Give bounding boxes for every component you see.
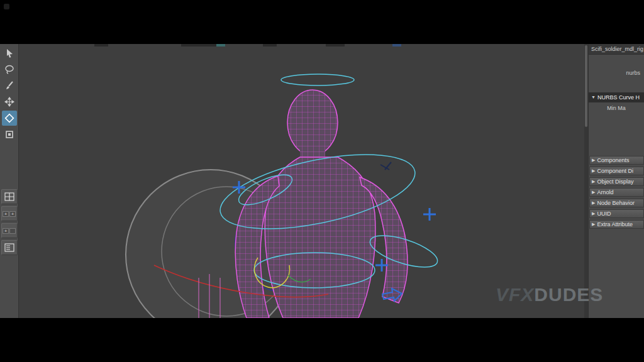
menu-remnant xyxy=(326,44,345,47)
section-node-behavior[interactable]: ▶ Node Behavior xyxy=(589,199,644,207)
attribute-editor-tab[interactable]: Scifi_soldier_mdl_rig xyxy=(589,44,644,55)
layout-outliner-icon[interactable] xyxy=(1,240,18,255)
min-max-label: Min Ma xyxy=(589,104,644,112)
rotate-tool-icon[interactable] xyxy=(2,111,17,126)
menu-remnant xyxy=(392,44,401,47)
section-object-display[interactable]: ▶ Object Display xyxy=(589,177,644,186)
lasso-select-icon[interactable] xyxy=(2,62,17,77)
toolbox: ++ + xyxy=(0,44,19,318)
watermark-vfx: VFX xyxy=(496,284,534,305)
section-component-display[interactable]: ▶ Component Di xyxy=(589,167,644,175)
shoulder-joint-marks xyxy=(380,162,391,170)
app-icon xyxy=(4,4,9,9)
layout-four-pane-icon[interactable] xyxy=(1,189,18,204)
section-arnold[interactable]: ▶ Arnold xyxy=(589,188,644,197)
section-components[interactable]: ▶ Components xyxy=(589,156,644,165)
menu-remnant xyxy=(181,44,219,47)
chevron-right-icon: ▶ xyxy=(592,156,595,165)
select-arrow-icon[interactable] xyxy=(2,45,17,60)
character-rig-wireframe xyxy=(19,44,584,318)
scrollbar-handle[interactable] xyxy=(585,45,587,127)
menu-remnant xyxy=(94,44,108,47)
chevron-right-icon: ▶ xyxy=(592,199,595,207)
section-extra-attributes[interactable]: ▶ Extra Attribute xyxy=(589,220,644,229)
scale-tool-icon[interactable] xyxy=(2,127,17,142)
layout-plus-grid-icon[interactable]: ++ xyxy=(1,206,18,221)
letterbox-bottom xyxy=(0,318,644,362)
chevron-right-icon: ▶ xyxy=(592,209,595,218)
attribute-editor: Scifi_soldier_mdl_rig nurbs ▼ NURBS Curv… xyxy=(588,44,644,318)
section-uuid[interactable]: ▶ UUID xyxy=(589,209,644,218)
chevron-right-icon: ▶ xyxy=(592,220,595,229)
menu-remnant xyxy=(263,44,277,47)
chevron-right-icon: ▶ xyxy=(592,188,595,197)
viewport-3d[interactable] xyxy=(19,44,584,318)
paint-select-icon[interactable] xyxy=(2,78,17,93)
video-frame: ++ + Scifi_soldier_mdl_rig nurbs ▼ NURBS… xyxy=(0,0,644,362)
letterbox-top xyxy=(0,0,644,44)
node-name-label: nurbs xyxy=(589,69,644,77)
nurbs-curve-section-header[interactable]: ▼ NURBS Curve H xyxy=(589,92,644,102)
move-tool-icon[interactable] xyxy=(2,94,17,109)
watermark-dudes: DUDES xyxy=(534,284,603,305)
attribute-sections: ▶ Components ▶ Component Di ▶ Object Dis… xyxy=(589,156,644,231)
chevron-down-icon: ▼ xyxy=(591,92,596,102)
vfx-dudes-watermark: VFXDUDES xyxy=(496,284,603,305)
layout-split-pane-icon[interactable]: + xyxy=(1,223,18,238)
chevron-right-icon: ▶ xyxy=(592,167,595,175)
menu-remnant xyxy=(216,44,225,47)
toolbox-spacer xyxy=(0,143,18,187)
chevron-right-icon: ▶ xyxy=(592,177,595,186)
head-control-curve[interactable] xyxy=(281,74,354,85)
